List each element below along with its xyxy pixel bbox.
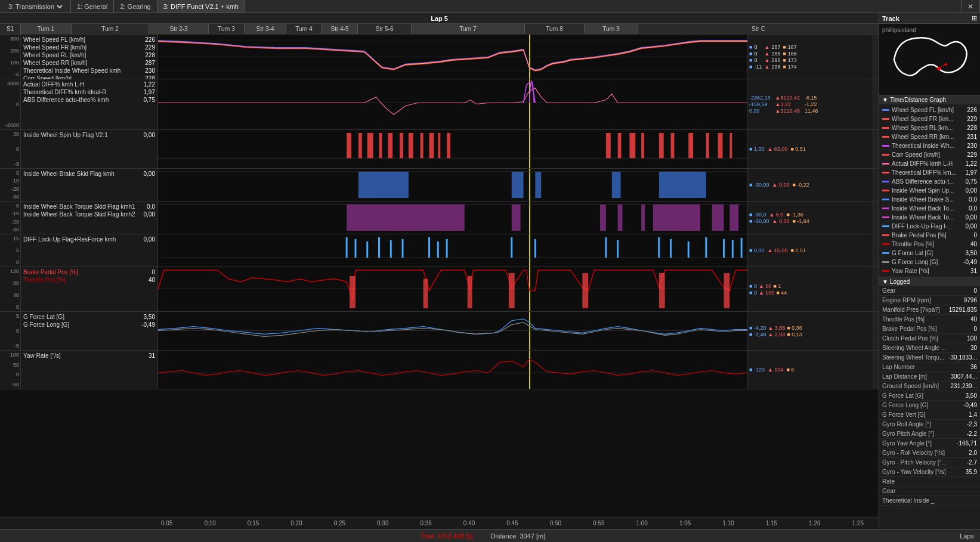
scrollbar-3[interactable] <box>873 130 879 168</box>
svg-rect-40 <box>729 205 738 231</box>
svg-rect-6 <box>358 133 362 158</box>
scrollbar-4[interactable] <box>873 169 879 201</box>
logged-item: Steering Wheel Angle ...30 <box>879 343 980 353</box>
panel-right-8: ■ -4,20▲ 3,88■ 0,36 ■ -2,48▲ 2,03■ 0,13 <box>747 312 873 350</box>
scrollbar-9[interactable] <box>873 351 879 389</box>
tab-transmission[interactable]: 3: Transmission <box>0 0 71 13</box>
svg-rect-7 <box>367 133 373 158</box>
canvas-8[interactable] <box>158 312 747 350</box>
legend-header[interactable]: ▼ Time/Distance Graph <box>879 95 980 104</box>
svg-rect-10 <box>400 133 403 158</box>
sector-s1: S1 <box>0 24 21 34</box>
time-value: 0:53.448 [s] <box>438 532 473 540</box>
canvas-5[interactable] <box>158 202 747 234</box>
channel-row: Inside Wheel Brake Skid Flag kmh 0,00 <box>23 170 155 178</box>
channel-row: Theoretical DIFF% kmh ideal-R 1,97 <box>23 88 155 96</box>
legend-item: G Force Long [G]-0,49 <box>879 258 980 267</box>
scrollbar-7[interactable] <box>873 267 879 311</box>
legend-item: Yaw Rate [°/s]31 <box>879 267 980 275</box>
svg-rect-39 <box>712 205 724 231</box>
sector-turn3: Turn 3 <box>209 24 245 34</box>
scrollbar-8[interactable] <box>873 312 879 350</box>
panel-right-3: ■ 1,00 ▲ 63,00 ■ 0,51 <box>747 130 873 168</box>
sector-turn8: Turn 8 <box>525 24 585 34</box>
channel-row: DIFF Lock-Up Flag+ResForce kmh 0,00 <box>23 236 155 243</box>
svg-rect-20 <box>659 133 664 158</box>
sector-strc: Str C <box>638 24 879 34</box>
legend-item: DIFF Lock-Up Flag l-...0,00 <box>879 222 980 231</box>
close-button[interactable]: ✕ <box>961 0 980 13</box>
track-title: Track <box>882 15 899 22</box>
logged-header[interactable]: ▼ Logged <box>879 277 980 286</box>
svg-rect-36 <box>618 205 623 231</box>
y-axis-6: 15 5 0 <box>0 234 21 267</box>
legend-section: ▼ Time/Distance Graph Wheel Speed FL [km… <box>879 95 980 277</box>
channel-row: Inside Wheel Back Torque Skid Flag kmh1 … <box>23 203 155 210</box>
canvas-1[interactable] <box>158 35 747 79</box>
logged-item: Brake Pedal Pos [%]0 <box>879 324 980 334</box>
svg-rect-68 <box>659 273 665 308</box>
channel-row: G Force Long [G] -0,49 <box>23 321 155 329</box>
legend-item: Inside Wheel Back To...0,00 <box>879 213 980 222</box>
channel-row: Yaw Rate [°/s] 31 <box>23 352 155 360</box>
panel-info-7: Brake Pedal Pos [%] 0 Throttle Pos [%] 4… <box>21 267 158 311</box>
svg-rect-66 <box>509 273 515 308</box>
track-map: phillipsisland <box>879 24 980 95</box>
lap-header: Lap 5 <box>0 13 879 24</box>
logged-item: Ground Speed [km/h]231,239... <box>879 382 980 391</box>
panel-info-1: Wheel Speed FL [km/h] 226 Wheel Speed FR… <box>21 35 158 79</box>
tab-diff[interactable]: 3: DIFF Funct V2.1 + kmh <box>157 0 245 13</box>
svg-rect-28 <box>512 172 524 198</box>
svg-point-72 <box>937 67 941 70</box>
dist-value: 3047 [m] <box>520 532 545 540</box>
legend-item: Wheel Speed RL [km...228 <box>879 123 980 132</box>
track-header: Track ⊞ <box>879 13 980 24</box>
y-axis-7: 120 80 40 0 <box>0 267 21 311</box>
track-expand[interactable]: ⊞ <box>972 14 977 22</box>
logged-item: Lap Distance [m]3007,44... <box>879 372 980 382</box>
channel-row: Actual DIFF% kmh L-H 1,22 <box>23 80 155 88</box>
scrollbar-1[interactable] <box>873 35 879 79</box>
panel-yaw: 100 50 0 -50 Yaw Rate [°/s] 31 <box>0 351 879 389</box>
canvas-3[interactable] <box>158 130 747 168</box>
y-axis-8: 5 0 -5 <box>0 312 21 350</box>
y-axis-4: 0 -10 -20 -30 <box>0 169 21 201</box>
tab-gearing[interactable]: 2: Gearing <box>114 0 157 13</box>
svg-rect-30 <box>612 172 621 198</box>
canvas-6[interactable] <box>158 234 747 267</box>
logged-item: G Force Lat [G]3,50 <box>879 391 980 401</box>
logged-item: G Force Vert [G]1,4 <box>879 410 980 420</box>
logged-item: Engine RPM [rpm]9796 <box>879 296 980 305</box>
svg-rect-15 <box>447 133 450 158</box>
y-axis-9: 100 50 0 -50 <box>0 351 21 389</box>
y-axis-2: 3000 0 -2000 <box>0 79 21 129</box>
legend-item: Throttle Pos [%]40 <box>879 240 980 249</box>
panel-right-9: ■ -120 ▲ 104 ■ 6 <box>747 351 873 389</box>
panel-info-5: Inside Wheel Back Torque Skid Flag kmh1 … <box>21 202 158 234</box>
transmission-select[interactable]: 3: Transmission <box>6 2 64 11</box>
logged-title: Logged <box>890 278 910 285</box>
canvas-9[interactable] <box>158 351 747 389</box>
right-panel: Track ⊞ phillipsisland ▼ Time/Distance G… <box>879 13 980 529</box>
channel-row: Wheel Speed FL [km/h] 226 <box>23 36 155 44</box>
panel-brake-flag: 0 -10 -20 -30 Inside Wheel Brake Skid Fl… <box>0 169 879 202</box>
sector-str34: Str 3-4 <box>245 24 286 34</box>
logged-item-gear: Gear <box>879 487 980 496</box>
panel-right-7: ■ 0▲ 60■ 1 ■ 0▲ 100■ 44 <box>747 267 873 311</box>
chart-panels: 300 200 100 -0 Wheel Speed FL [km/h] 226… <box>0 35 879 517</box>
scrollbar-6[interactable] <box>873 234 879 267</box>
scrollbar-2[interactable] <box>873 79 879 129</box>
panel-info-6: DIFF Lock-Up Flag+ResForce kmh 0,00 <box>21 234 158 267</box>
canvas-4[interactable] <box>158 169 747 201</box>
logged-item: Gyro Pitch Angle [°]-2,2 <box>879 429 980 439</box>
svg-rect-17 <box>618 133 622 158</box>
channel-row: G Force Lat [G] 3,50 <box>23 313 155 321</box>
canvas-2[interactable] <box>158 79 747 129</box>
channel-row: Throttle Pos [%] 40 <box>23 276 155 284</box>
sector-turn7: Turn 7 <box>412 24 525 34</box>
tab-general[interactable]: 1: General <box>71 0 114 13</box>
svg-marker-74 <box>945 63 948 66</box>
canvas-7[interactable] <box>158 267 747 311</box>
scrollbar-5[interactable] <box>873 202 879 234</box>
svg-rect-33 <box>347 205 465 231</box>
